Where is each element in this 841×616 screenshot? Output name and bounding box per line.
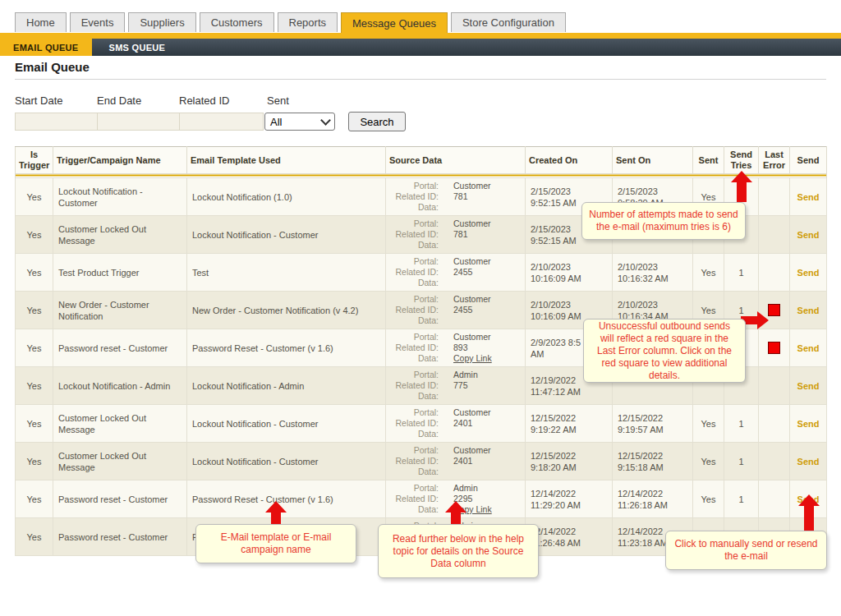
sent-date: 12/15/2022 bbox=[618, 450, 687, 462]
last-error-cell bbox=[759, 405, 790, 443]
related-id-value: 2455 bbox=[453, 267, 520, 278]
source-data-grid: Portal:CustomerRelated ID:2401Data: bbox=[391, 445, 520, 477]
sent-select[interactable]: All bbox=[264, 113, 335, 131]
send-link[interactable]: Send bbox=[797, 306, 820, 315]
end-date-input[interactable] bbox=[97, 113, 182, 131]
data-value bbox=[453, 202, 520, 213]
portal-label: Portal: bbox=[391, 332, 439, 342]
tab-customers[interactable]: Customers bbox=[200, 12, 274, 32]
portal-value: Customer bbox=[453, 256, 520, 267]
chevron-down-icon bbox=[320, 115, 331, 126]
sent-time: 9:15:18 AM bbox=[618, 462, 687, 473]
trigger-name-cell: Lockout Notification - Customer bbox=[53, 178, 187, 216]
col-header: Sent bbox=[693, 147, 724, 174]
data-value bbox=[453, 315, 520, 326]
send-tries-cell: 1 bbox=[724, 405, 759, 443]
subnav-email-queue[interactable]: EMAIL QUEUE bbox=[0, 39, 92, 56]
send-link[interactable]: Send bbox=[797, 343, 820, 353]
sent-on-cell: 12/15/20229:19:57 AM bbox=[613, 405, 693, 443]
created-time: 9:18:20 AM bbox=[531, 462, 607, 473]
email-template-cell: New Order - Customer Notification (v 4.2… bbox=[187, 292, 386, 329]
portal-value: Customer bbox=[453, 218, 520, 229]
sent-on-cell: 2/10/202310:16:32 AM bbox=[613, 254, 693, 292]
related-id-value: 2455 bbox=[453, 305, 520, 315]
related-id-label: Related ID: bbox=[391, 229, 439, 240]
source-data-grid: Portal:CustomerRelated ID:781Data: bbox=[391, 218, 520, 251]
tab-message-queues[interactable]: Message Queues bbox=[341, 12, 448, 33]
send-tries-cell: 1 bbox=[724, 254, 759, 292]
is-trigger-cell: Yes bbox=[16, 178, 53, 216]
tab-events[interactable]: Events bbox=[70, 12, 126, 32]
tab-reports[interactable]: Reports bbox=[278, 12, 338, 32]
created-date: 12/14/2022 bbox=[531, 526, 607, 537]
last-error-cell bbox=[759, 367, 790, 405]
source-data-grid: Portal:CustomerRelated ID:2401Data: bbox=[391, 407, 520, 439]
table-row: YesPassword reset - CustomerPassword Res… bbox=[16, 480, 827, 518]
data-value bbox=[453, 240, 520, 251]
source-data-cell: Portal:CustomerRelated ID:2455Data: bbox=[386, 254, 526, 292]
last-error-indicator[interactable] bbox=[768, 342, 780, 354]
data-label: Data: bbox=[391, 504, 439, 515]
is-trigger-cell: Yes bbox=[16, 216, 53, 254]
last-error-indicator[interactable] bbox=[768, 304, 780, 316]
start-date-input[interactable] bbox=[15, 113, 99, 131]
related-id-label: Related ID: bbox=[391, 418, 439, 429]
send-link[interactable]: Send bbox=[797, 268, 820, 278]
table-row: YesCustomer Locked Out MessageLockout No… bbox=[16, 443, 827, 480]
copy-link[interactable]: Copy Link bbox=[453, 353, 520, 364]
send-link[interactable]: Send bbox=[797, 381, 820, 391]
send-link[interactable]: Send bbox=[797, 230, 820, 240]
created-on-cell: 12/15/20229:18:20 AM bbox=[526, 443, 613, 480]
last-error-cell bbox=[759, 443, 790, 480]
accent-strip bbox=[0, 33, 841, 39]
tab-store-configuration[interactable]: Store Configuration bbox=[451, 12, 566, 32]
start-date-label: Start Date bbox=[15, 94, 63, 107]
sent-date: 2/10/2023 bbox=[618, 299, 687, 310]
is-trigger-cell: Yes bbox=[16, 329, 53, 367]
arrow-up-icon bbox=[798, 494, 820, 531]
sent-label: Sent bbox=[267, 94, 289, 107]
tab-suppliers[interactable]: Suppliers bbox=[128, 12, 195, 32]
subnav-sms-queue[interactable]: SMS QUEUE bbox=[96, 39, 179, 56]
related-id-value: 781 bbox=[453, 229, 520, 240]
send-cell: Send bbox=[790, 367, 827, 405]
sent-time: 10:16:32 AM bbox=[618, 273, 687, 284]
callout-send-tries: Number of attempts made to send the e-ma… bbox=[581, 202, 746, 240]
related-id-value: 2401 bbox=[453, 456, 520, 467]
related-id-input[interactable] bbox=[179, 113, 264, 131]
is-trigger-cell: Yes bbox=[16, 518, 53, 556]
send-tries-cell: 1 bbox=[724, 480, 759, 518]
portal-value: Customer bbox=[453, 407, 520, 418]
related-id-label: Related ID: bbox=[391, 494, 439, 504]
send-cell: Send bbox=[790, 178, 827, 216]
send-cell: Send bbox=[790, 292, 827, 329]
send-link[interactable]: Send bbox=[797, 419, 820, 429]
portal-value: Admin bbox=[453, 370, 520, 380]
email-template-cell: Lockout Notification - Customer bbox=[187, 405, 386, 443]
related-id-label: Related ID: bbox=[391, 342, 439, 353]
search-button[interactable]: Search bbox=[348, 112, 406, 131]
created-time: 11:47:12 AM bbox=[531, 386, 607, 398]
source-data-grid: Portal:CustomerRelated ID:2455Data: bbox=[391, 294, 520, 326]
portal-label: Portal: bbox=[391, 370, 439, 380]
created-date: 2/10/2023 bbox=[531, 261, 607, 273]
portal-label: Portal: bbox=[391, 483, 439, 494]
table-row: YesCustomer Locked Out MessageLockout No… bbox=[16, 405, 827, 443]
trigger-name-cell: Password reset - Customer bbox=[53, 480, 187, 518]
created-time: 11:29:20 AM bbox=[531, 499, 607, 511]
queue-subnav: EMAIL QUEUESMS QUEUE bbox=[0, 39, 841, 56]
is-trigger-cell: Yes bbox=[16, 367, 53, 405]
is-trigger-cell: Yes bbox=[16, 292, 53, 329]
created-date: 2/15/2023 bbox=[531, 186, 607, 197]
email-template-cell: Lockout Notification - Admin bbox=[187, 367, 386, 405]
data-value bbox=[453, 278, 520, 288]
send-link[interactable]: Send bbox=[797, 457, 820, 467]
table-row: YesTest Product TriggerTestPortal:Custom… bbox=[16, 254, 827, 292]
portal-label: Portal: bbox=[391, 445, 439, 456]
sent-date: 12/14/2022 bbox=[618, 488, 687, 499]
sent-cell: Yes bbox=[693, 254, 724, 292]
tab-home[interactable]: Home bbox=[15, 12, 67, 32]
related-id-label: Related ID: bbox=[391, 456, 439, 467]
send-link[interactable]: Send bbox=[797, 192, 820, 202]
portal-value: Customer bbox=[453, 332, 520, 342]
